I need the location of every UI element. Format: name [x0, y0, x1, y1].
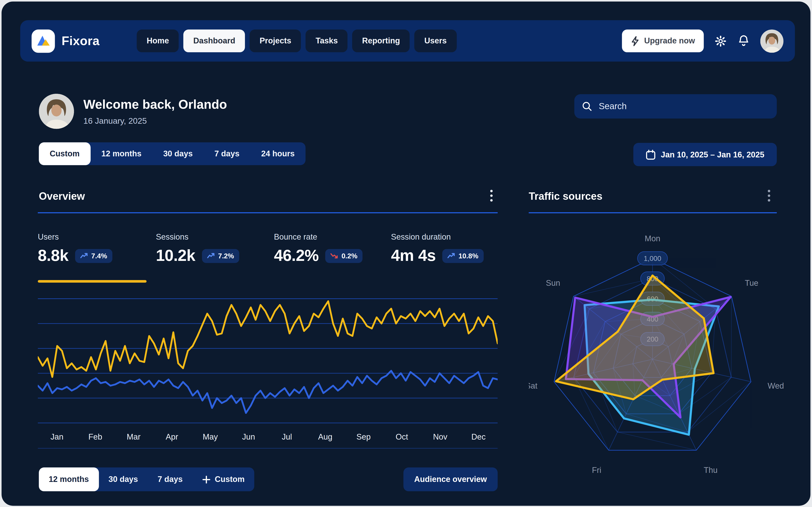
- chart-range-tab-12-months[interactable]: 12 months: [39, 467, 99, 491]
- lightning-bolt-icon: [631, 36, 640, 46]
- metric-value: 10.2k: [156, 246, 195, 265]
- x-axis-label: Feb: [88, 433, 102, 441]
- metric-session-duration[interactable]: Session duration 4m 4s 10.8%: [391, 232, 484, 265]
- chart-range-tab-30-days[interactable]: 30 days: [99, 467, 148, 491]
- overview-line-chart: JanFebMarAprMayJunJulAugSepOctNovDec: [38, 289, 497, 453]
- radar-axis-label: Thu: [704, 466, 717, 474]
- metric-delta-badge: 7.2%: [202, 249, 239, 263]
- upgrade-now-button[interactable]: Upgrade now: [622, 30, 704, 52]
- x-axis-label: Sep: [357, 433, 371, 441]
- top-navigation-bar: Fixora HomeDashboardProjectsTasksReporti…: [20, 20, 795, 62]
- chart-range-tab-7-days[interactable]: 7 days: [148, 467, 193, 491]
- metric-value-row: 4m 4s 10.8%: [391, 246, 484, 265]
- kebab-menu-icon: [489, 189, 494, 204]
- metric-bounce-rate[interactable]: Bounce rate 46.2% 0.2%: [274, 232, 363, 265]
- nav-item-tasks[interactable]: Tasks: [306, 30, 348, 52]
- trend-up-icon: [207, 252, 215, 259]
- line-series-yellow: [38, 301, 497, 377]
- metric-value-row: 8.8k 7.4%: [38, 246, 112, 265]
- metric-delta-badge: 7.4%: [75, 249, 112, 263]
- nav-item-users[interactable]: Users: [415, 30, 456, 52]
- radar-axis-label: Fri: [592, 466, 601, 474]
- overview-menu-button[interactable]: [487, 187, 496, 207]
- x-axis-label: Aug: [318, 433, 332, 441]
- date-range-picker[interactable]: Jan 10, 2025 – Jan 16, 2025: [633, 143, 776, 166]
- metric-label: Bounce rate: [274, 232, 363, 242]
- traffic-sources-menu-button[interactable]: [765, 187, 773, 207]
- metric-sessions[interactable]: Sessions 10.2k 7.2%: [156, 232, 239, 265]
- gear-icon: [714, 34, 727, 47]
- header-actions: Upgrade now: [622, 29, 783, 53]
- metric-delta-badge: 0.2%: [325, 249, 363, 263]
- page-title: Welcome back, Orlando: [84, 97, 227, 112]
- metric-users[interactable]: Users 8.8k 7.4%: [38, 232, 112, 265]
- chart-range-tab-label: Custom: [215, 475, 245, 484]
- brand-name: Fixora: [62, 34, 100, 48]
- metric-label: Sessions: [156, 232, 239, 242]
- metric-label: Users: [38, 232, 112, 242]
- traffic-sources-title: Traffic sources: [529, 190, 602, 203]
- avatar-photo: [39, 94, 74, 129]
- bell-icon: [738, 34, 750, 48]
- nav-item-reporting[interactable]: Reporting: [352, 30, 410, 52]
- kebab-menu-icon: [767, 189, 771, 204]
- trend-down-icon: [330, 252, 338, 259]
- settings-button[interactable]: [714, 34, 727, 47]
- radar-web-line: [688, 382, 751, 432]
- overview-divider: [38, 212, 497, 213]
- x-axis-label: Jun: [242, 433, 255, 441]
- selected-metric-indicator: [38, 280, 147, 283]
- chart-range-tabs: 12 months30 days7 daysCustom: [39, 467, 255, 491]
- range-tab-12-months[interactable]: 12 months: [91, 143, 152, 165]
- radar-axis-label: Wed: [767, 381, 784, 390]
- search-icon: [582, 101, 592, 112]
- x-axis-label: Apr: [166, 433, 178, 441]
- metric-value: 4m 4s: [391, 246, 436, 265]
- radar-axis-label: Tue: [745, 279, 758, 287]
- upgrade-now-label: Upgrade now: [644, 36, 695, 46]
- fixora-logo-icon[interactable]: [32, 29, 55, 53]
- plus-icon: [202, 475, 210, 483]
- dashboard-page: Fixora HomeDashboardProjectsTasksReporti…: [0, 0, 812, 507]
- search-input[interactable]: [598, 101, 769, 112]
- avatar-photo: [760, 29, 783, 53]
- range-tab-custom[interactable]: Custom: [39, 143, 91, 165]
- trend-up-icon: [448, 252, 455, 259]
- overview-title: Overview: [39, 190, 85, 203]
- x-axis-label: Dec: [471, 433, 486, 441]
- range-tab-30-days[interactable]: 30 days: [152, 143, 204, 165]
- logo-mountains-icon: [34, 32, 52, 50]
- metric-delta-value: 7.2%: [218, 252, 234, 260]
- nav-item-home[interactable]: Home: [137, 30, 179, 52]
- x-axis-label: Mar: [127, 433, 141, 441]
- nav-item-dashboard[interactable]: Dashboard: [183, 30, 245, 52]
- metric-value-row: 10.2k 7.2%: [156, 246, 239, 265]
- radar-web-line: [731, 296, 732, 377]
- user-avatar[interactable]: [760, 29, 783, 53]
- metric-value-row: 46.2% 0.2%: [274, 246, 363, 265]
- range-tab-7-days[interactable]: 7 days: [204, 143, 251, 165]
- radar-axis-label: Sun: [546, 279, 560, 287]
- app-window: Fixora HomeDashboardProjectsTasksReporti…: [1, 1, 810, 506]
- calendar-icon: [646, 150, 656, 160]
- traffic-divider: [529, 212, 777, 213]
- welcome-avatar: [39, 94, 74, 129]
- time-range-tabs: Custom12 months30 days7 days24 hours: [39, 143, 306, 165]
- x-axis-label: Nov: [433, 433, 447, 441]
- metric-delta-value: 7.4%: [91, 252, 107, 260]
- radar-axis-label: Sat: [529, 381, 537, 390]
- x-axis-label: Jul: [282, 433, 292, 441]
- x-axis-label: Jan: [51, 433, 63, 441]
- line-series-blue: [38, 371, 497, 413]
- audience-overview-button[interactable]: Audience overview: [403, 467, 498, 491]
- svg-text:1,000: 1,000: [644, 255, 661, 262]
- main-nav: HomeDashboardProjectsTasksReportingUsers: [137, 30, 456, 52]
- metric-delta-value: 10.8%: [458, 252, 478, 260]
- date-range-label: Jan 10, 2025 – Jan 16, 2025: [661, 150, 764, 159]
- notifications-button[interactable]: [738, 34, 750, 48]
- nav-item-projects[interactable]: Projects: [250, 30, 301, 52]
- chart-range-tab-custom[interactable]: Custom: [193, 467, 255, 491]
- metric-delta-badge: 10.8%: [442, 249, 484, 263]
- x-axis-label: May: [203, 433, 218, 441]
- range-tab-24-hours[interactable]: 24 hours: [250, 143, 306, 165]
